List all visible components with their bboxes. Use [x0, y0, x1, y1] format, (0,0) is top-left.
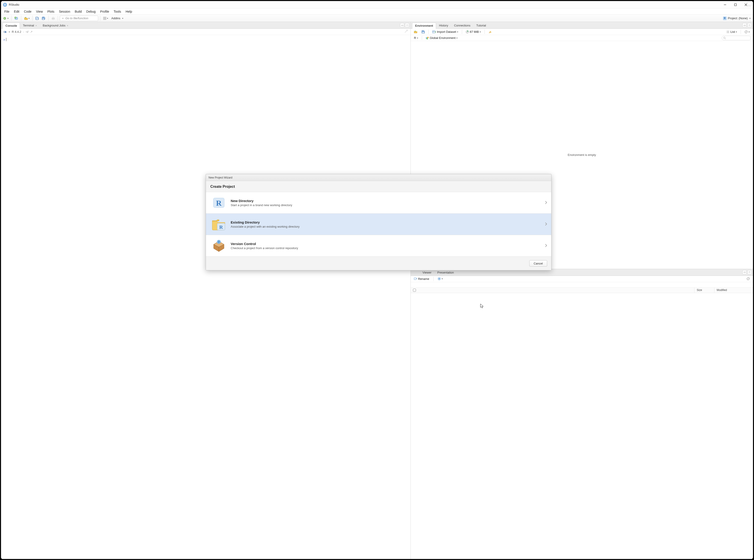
maximize-button[interactable] — [730, 1, 741, 8]
separator — [21, 16, 21, 21]
svg-line-45 — [440, 278, 440, 278]
svg-line-44 — [440, 279, 440, 280]
language-selector[interactable]: R ▾ — [413, 36, 419, 40]
separator — [32, 16, 33, 21]
minimize-icon — [724, 3, 727, 6]
option-new-directory[interactable]: R New Directory Start a project in a bra… — [206, 192, 551, 214]
more-options-button[interactable]: ▾ — [436, 277, 444, 281]
goto-dir-icon[interactable]: ↗ — [30, 30, 33, 34]
menu-view[interactable]: View — [34, 8, 45, 15]
menu-plots[interactable]: Plots — [45, 8, 57, 15]
save-icon — [35, 17, 39, 20]
env-search-input[interactable] — [722, 36, 751, 40]
save-icon — [421, 30, 425, 34]
minimize-button[interactable] — [720, 1, 730, 8]
option-title: Existing Directory — [231, 220, 300, 224]
pane-maximize-button[interactable]: □ — [748, 270, 752, 274]
chevron-down-icon: ▾ — [122, 17, 123, 19]
menu-tools[interactable]: Tools — [111, 8, 123, 15]
close-icon[interactable]: × — [67, 24, 68, 27]
grid-button[interactable]: ▾ — [102, 16, 109, 21]
menu-debug[interactable]: Debug — [84, 8, 98, 15]
close-icon[interactable]: × — [35, 24, 37, 27]
refresh-button[interactable]: ▾ — [743, 30, 751, 34]
save-all-button[interactable] — [41, 16, 46, 21]
col-modified[interactable]: Modified — [714, 287, 753, 293]
chevron-down-icon[interactable]: ▾ — [9, 31, 10, 33]
chevron-down-icon: ▾ — [457, 31, 458, 33]
console-body[interactable]: > — [1, 35, 411, 559]
pane-maximize-button[interactable]: □ — [748, 23, 752, 27]
svg-line-46 — [438, 279, 439, 280]
tab-connections[interactable]: Connections — [451, 22, 473, 28]
rename-button[interactable]: Rename — [413, 277, 431, 281]
new-project-button[interactable] — [13, 16, 19, 21]
menu-help[interactable]: Help — [123, 8, 134, 15]
col-name[interactable] — [411, 287, 694, 293]
chevron-down-icon: ▾ — [28, 17, 29, 19]
list-view-button[interactable]: List ▾ — [725, 29, 738, 34]
save-workspace-button[interactable] — [420, 30, 426, 34]
main-toolbar: ▾ ▾ Go to file/function ▾ — [1, 15, 753, 22]
menu-code[interactable]: Code — [22, 8, 34, 15]
new-file-icon — [3, 17, 7, 20]
svg-rect-1 — [735, 4, 737, 6]
pane-minimize-button[interactable]: ▭ — [400, 23, 404, 27]
menu-profile[interactable]: Profile — [98, 8, 112, 15]
separator — [433, 277, 434, 281]
svg-point-35 — [724, 37, 725, 38]
tab-tutorial[interactable]: Tutorial — [473, 22, 489, 28]
save-button[interactable] — [34, 16, 40, 21]
tab-background-jobs[interactable]: Background Jobs× — [40, 22, 71, 28]
open-file-button[interactable]: ▾ — [23, 16, 31, 21]
option-existing-directory[interactable]: R Existing Directory Associate a project… — [206, 214, 551, 235]
menu-build[interactable]: Build — [73, 8, 84, 15]
col-size[interactable]: Size — [694, 287, 714, 293]
chevron-down-icon: ▾ — [442, 278, 443, 280]
pane-minimize-button[interactable]: ▭ — [742, 23, 747, 27]
goto-arrow-icon — [61, 17, 64, 20]
chevron-down-icon: ▾ — [417, 37, 418, 39]
menu-session[interactable]: Session — [57, 8, 73, 15]
console-prompt: > — [3, 38, 5, 41]
tab-console[interactable]: Console — [2, 23, 20, 29]
menu-file[interactable]: File — [2, 8, 12, 15]
env-toolbar: Import Dataset ▾ 87 MiB ▾ List — [411, 29, 753, 35]
files-body[interactable] — [411, 293, 753, 559]
env-scope-bar: R ▾ Global Environment ▾ — [411, 35, 753, 41]
svg-rect-12 — [36, 19, 38, 19]
globe-icon — [426, 36, 429, 40]
select-all-checkbox[interactable] — [413, 289, 416, 292]
clear-env-button[interactable] — [487, 29, 493, 34]
load-workspace-button[interactable] — [413, 30, 419, 34]
cancel-button[interactable]: Cancel — [529, 260, 547, 266]
clear-console-icon[interactable] — [404, 29, 408, 34]
pane-minimize-button[interactable]: ▭ — [742, 270, 747, 274]
addins-menu[interactable]: Addins ▾ — [110, 16, 125, 21]
right-top-tabs: Environment History Connections Tutorial… — [411, 22, 753, 29]
pane-maximize-button[interactable]: □ — [405, 23, 409, 27]
tab-environment[interactable]: Environment — [412, 23, 436, 29]
files-path-bar[interactable]: … — [411, 282, 753, 287]
chevron-right-icon — [545, 201, 547, 205]
separator — [100, 16, 100, 21]
print-button[interactable] — [51, 16, 56, 21]
files-refresh-button[interactable] — [745, 277, 751, 281]
svg-text:R: R — [5, 31, 7, 33]
memory-usage-button[interactable]: 87 MiB ▾ — [464, 29, 482, 34]
list-icon — [727, 31, 730, 33]
svg-rect-11 — [36, 17, 38, 18]
existing-directory-icon: R — [211, 217, 227, 231]
tab-terminal[interactable]: Terminal× — [20, 22, 40, 28]
goto-file-input[interactable]: Go to file/function — [60, 16, 98, 21]
tab-history[interactable]: History — [436, 22, 451, 28]
option-version-control[interactable]: D Version Control Checkout a project fro… — [206, 235, 551, 257]
menu-edit[interactable]: Edit — [12, 8, 22, 15]
new-file-button[interactable]: ▾ — [2, 16, 9, 21]
import-dataset-button[interactable]: Import Dataset ▾ — [431, 29, 459, 34]
chevron-down-icon: ▾ — [750, 17, 751, 19]
separator — [484, 29, 485, 34]
project-menu[interactable]: R Project: (None) ▾ — [723, 17, 752, 20]
env-scope-selector[interactable]: Global Environment ▾ — [424, 36, 459, 40]
new-project-wizard-dialog: New Project Wizard Create Project R New … — [206, 174, 552, 271]
